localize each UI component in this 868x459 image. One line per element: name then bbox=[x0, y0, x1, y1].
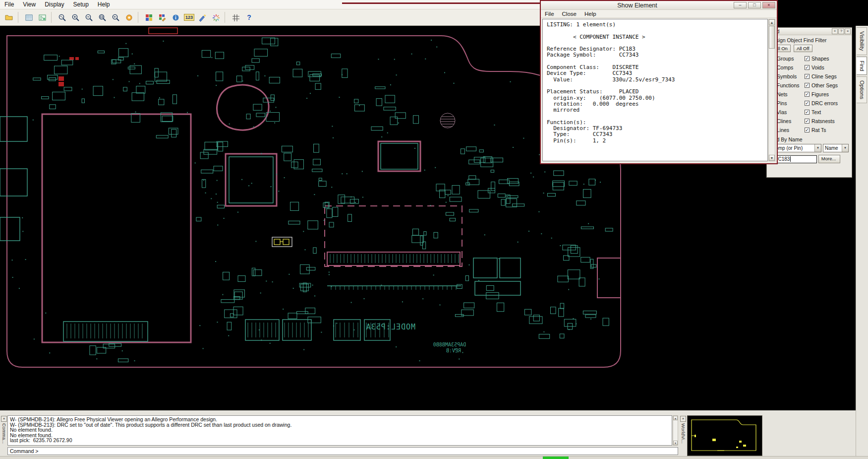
checkbox-label: Rat Ts bbox=[811, 127, 826, 133]
worldview-tab[interactable]: WorldVi... bbox=[680, 423, 686, 454]
zoom-in-button[interactable] bbox=[69, 11, 82, 24]
command-input[interactable]: Command > bbox=[7, 447, 678, 455]
markup-brush-icon bbox=[198, 13, 207, 22]
console-scrollbar[interactable]: ▲ ▼ bbox=[673, 415, 678, 446]
tab-find[interactable]: Find bbox=[857, 57, 867, 75]
checkbox-label: Clines bbox=[777, 118, 791, 124]
open-button[interactable] bbox=[3, 11, 15, 24]
zoom-out-button[interactable] bbox=[83, 11, 95, 24]
worldview-close-button[interactable]: × bbox=[680, 416, 686, 422]
checkbox-label: Text bbox=[811, 109, 821, 115]
checkbox-figures[interactable]: ✓ bbox=[805, 92, 810, 97]
color-grid-icon bbox=[145, 13, 153, 22]
menu-setup[interactable]: Setup bbox=[69, 0, 93, 9]
text-caret bbox=[790, 156, 791, 162]
find-name-input[interactable]: PC183 bbox=[773, 155, 817, 163]
checkbox-label: Voids bbox=[811, 65, 824, 70]
dialog-menu-file[interactable]: File bbox=[541, 10, 558, 17]
board-grid-button[interactable] bbox=[23, 11, 35, 24]
highlight-button[interactable] bbox=[210, 11, 222, 24]
checkbox-label: Vias bbox=[777, 109, 787, 115]
checkbox-label: Symbols bbox=[777, 73, 797, 79]
checkbox-label: Nets bbox=[777, 91, 788, 97]
show-element-menubar: File Close Help bbox=[541, 10, 777, 18]
refresh-button[interactable] bbox=[123, 11, 135, 24]
checkbox-row: ✓Cline Segs bbox=[805, 72, 850, 81]
board-silkscreen-part: DAP53AMB8B0 bbox=[433, 342, 466, 347]
menubar: File View Display Setup Help bbox=[0, 0, 540, 9]
console-close-button[interactable]: × bbox=[1, 416, 7, 422]
window-title: Show Element bbox=[541, 2, 734, 9]
refresh-icon bbox=[125, 13, 133, 22]
toolbar-separator bbox=[138, 12, 140, 23]
checkbox-row: ✓Figures bbox=[805, 90, 850, 99]
checkbox-rat-ts[interactable]: ✓ bbox=[805, 128, 810, 132]
match-mode-select[interactable]: Name ▼ bbox=[823, 144, 849, 152]
more-button[interactable]: More... bbox=[818, 155, 840, 163]
color-grid-button[interactable] bbox=[143, 11, 155, 24]
checkbox-cline-segs[interactable]: ✓ bbox=[805, 74, 810, 79]
close-button[interactable]: × bbox=[762, 2, 775, 8]
menu-view[interactable]: View bbox=[18, 0, 40, 9]
menu-display[interactable]: Display bbox=[40, 0, 68, 9]
scroll-up-icon[interactable]: ▲ bbox=[673, 416, 678, 420]
element-listing: LISTING: 1 element(s) < COMPONENT INSTAN… bbox=[542, 19, 768, 161]
info-button[interactable] bbox=[170, 11, 182, 24]
zoom-points-icon bbox=[58, 13, 66, 22]
zoom-points-button[interactable] bbox=[56, 11, 68, 24]
dialog-scrollbar[interactable]: ▲ ▼ bbox=[768, 19, 775, 161]
tab-options[interactable]: Options bbox=[857, 76, 867, 103]
minimap-drawing bbox=[688, 416, 762, 456]
scroll-down-icon[interactable]: ▼ bbox=[673, 441, 678, 445]
dialog-menu-close[interactable]: Close bbox=[558, 10, 580, 17]
console-log[interactable]: W- (SPMHDB-214): Allegro Free Physical V… bbox=[7, 415, 672, 446]
panel-close-button[interactable]: × bbox=[845, 28, 851, 34]
console-tab[interactable]: Comma... bbox=[1, 423, 7, 454]
markup-brush-button[interactable] bbox=[196, 11, 209, 24]
zoom-previous-button[interactable] bbox=[110, 11, 122, 24]
checkbox-row: ✓Voids bbox=[805, 63, 850, 72]
chevron-down-icon[interactable]: ▼ bbox=[814, 144, 821, 152]
checkbox-row: ✓Text bbox=[805, 108, 850, 117]
minimize-button[interactable]: – bbox=[734, 2, 747, 8]
help-button[interactable]: ? bbox=[243, 11, 255, 24]
checkbox-label: Lines bbox=[777, 127, 789, 133]
checkbox-label: Other Segs bbox=[811, 82, 838, 88]
scroll-down-icon[interactable]: ▼ bbox=[769, 155, 775, 161]
show-element-titlebar[interactable]: Show Element – □ × bbox=[541, 1, 777, 10]
find-panel-header[interactable]: Find + ? × bbox=[767, 28, 852, 35]
color-edit-button[interactable] bbox=[156, 11, 169, 24]
checkbox-row: ✓Rat Ts bbox=[805, 126, 850, 134]
menu-help[interactable]: Help bbox=[93, 0, 115, 9]
checkbox-text[interactable]: ✓ bbox=[805, 110, 810, 115]
pin-button[interactable]: + bbox=[832, 28, 838, 34]
checkbox-ratsnests[interactable]: ✓ bbox=[805, 119, 810, 124]
color-edit-icon bbox=[158, 13, 167, 22]
scroll-up-icon[interactable]: ▲ bbox=[769, 19, 775, 25]
maximize-button[interactable]: □ bbox=[748, 2, 761, 8]
panel-help-button[interactable]: ? bbox=[838, 28, 844, 34]
highlighted-component[interactable] bbox=[272, 237, 292, 247]
numbers-123-button[interactable]: 123 bbox=[183, 11, 195, 24]
checkbox-drc-errors[interactable]: ✓ bbox=[805, 101, 810, 106]
checkbox-shapes[interactable]: ✓ bbox=[805, 56, 810, 61]
board-silkscreen-model: MODEL:P53A bbox=[366, 323, 415, 331]
worldview-minimap[interactable] bbox=[687, 415, 762, 456]
board-outline bbox=[7, 36, 621, 367]
zoom-fit-button[interactable] bbox=[96, 11, 109, 24]
checkbox-other-segs[interactable]: ✓ bbox=[805, 83, 810, 88]
all-off-button[interactable]: All Off bbox=[794, 45, 812, 52]
status-bar bbox=[0, 456, 868, 459]
find-panel: Find + ? × Design Object Find Filter All… bbox=[766, 27, 852, 178]
dialog-menu-help[interactable]: Help bbox=[580, 10, 600, 17]
grid-button[interactable] bbox=[230, 11, 242, 24]
menu-file[interactable]: File bbox=[0, 0, 18, 9]
tab-visibility[interactable]: Visibility bbox=[857, 27, 867, 55]
chevron-down-icon[interactable]: ▼ bbox=[842, 144, 848, 152]
highlight-icon bbox=[212, 13, 220, 22]
checkbox-row: ✓Other Segs bbox=[805, 81, 850, 90]
checkbox-voids[interactable]: ✓ bbox=[805, 65, 810, 70]
scroll-thumb[interactable] bbox=[769, 26, 775, 49]
board-param-button[interactable] bbox=[36, 11, 49, 24]
filter-section-label: Design Object Find Filter bbox=[769, 37, 852, 43]
